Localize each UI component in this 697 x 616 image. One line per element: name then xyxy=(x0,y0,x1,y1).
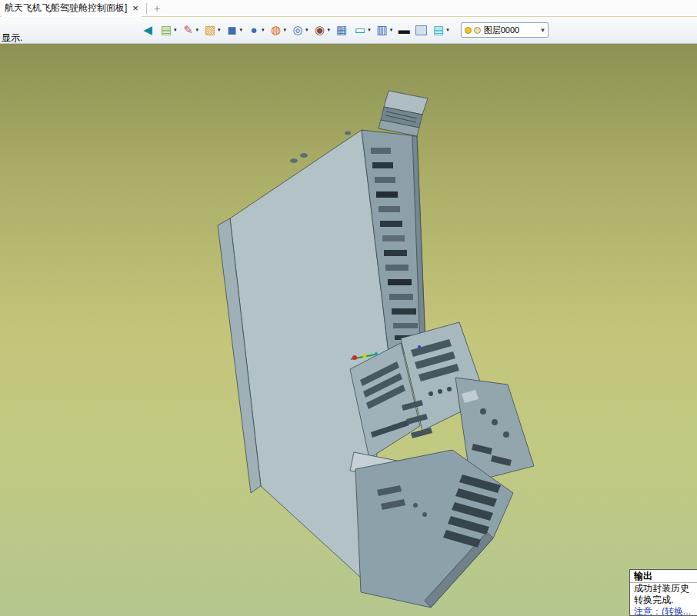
chevron-down-icon[interactable]: ▾ xyxy=(174,27,177,33)
chevron-down-icon[interactable]: ▾ xyxy=(541,26,545,34)
chevron-down-icon[interactable]: ▾ xyxy=(446,27,449,33)
surface-box-icon-button[interactable]: ▧▾ xyxy=(203,24,221,36)
display-mode-icon-button[interactable]: ▥▾ xyxy=(375,24,393,36)
tab-title: 航天飞机飞船驾驶舱控制面板] xyxy=(5,2,127,15)
solid-cube-icon-button[interactable]: ◼▾ xyxy=(225,24,243,36)
output-panel-title: 输出 xyxy=(630,570,697,583)
surface-box-icon: ▧ xyxy=(203,24,217,36)
toolbar: ◀▤▾✎▾▧▾◼▾●▾◍▾◎▾◉▾▦▭▾▥▾▬▤▾ 图层0000 ▾ xyxy=(0,17,697,44)
layers-icon-button[interactable]: ▤▾ xyxy=(159,24,177,36)
target-icon: ◉ xyxy=(313,24,327,36)
solid-cube-icon: ◼ xyxy=(225,24,239,36)
measure-icon: ▭ xyxy=(353,24,367,36)
chevron-down-icon[interactable]: ▾ xyxy=(218,27,221,33)
status-hint: 显示. xyxy=(2,32,22,45)
layer-combo[interactable]: 图层0000 ▾ xyxy=(461,22,549,38)
material-swatch-icon-button[interactable] xyxy=(415,25,427,35)
chevron-down-icon[interactable]: ▾ xyxy=(240,27,243,33)
tab-separator xyxy=(146,3,147,14)
output-message: 转换完成. xyxy=(630,594,697,606)
viewport-3d[interactable]: 输出 成功封装历史 转换完成. 注意：(转换... xyxy=(0,44,697,616)
circle-tool-icon: ◎ xyxy=(291,24,305,36)
image-view-icon-button[interactable]: ▦ xyxy=(335,24,348,36)
cyan-layers-icon: ▤ xyxy=(432,24,445,36)
measure-icon-button[interactable]: ▭▾ xyxy=(353,24,371,36)
bulb-icon xyxy=(465,27,472,34)
black-bar-icon: ▬ xyxy=(397,24,411,36)
sketch-pen-icon: ✎ xyxy=(182,24,195,36)
document-tab[interactable]: 航天飞机飞船驾驶舱控制面板] × xyxy=(2,0,142,17)
black-bar-icon-button[interactable]: ▬ xyxy=(397,24,411,36)
return-icon: ◀ xyxy=(141,24,155,36)
chevron-down-icon[interactable]: ▾ xyxy=(368,27,371,33)
new-tab-button[interactable]: + xyxy=(154,3,160,14)
sphere-icon: ● xyxy=(247,24,261,36)
close-icon[interactable]: × xyxy=(132,4,138,13)
sphere-icon-button[interactable]: ●▾ xyxy=(247,24,265,36)
chevron-down-icon[interactable]: ▾ xyxy=(305,27,308,33)
toolbar-items: ◀▤▾✎▾▧▾◼▾●▾◍▾◎▾◉▾▦▭▾▥▾▬▤▾ xyxy=(138,24,452,36)
display-mode-icon: ▥ xyxy=(375,24,389,36)
application-window: 航天飞机飞船驾驶舱控制面板] × + ◀▤▾✎▾▧▾◼▾●▾◍▾◎▾◉▾▦▭▾▥… xyxy=(0,0,697,616)
material-swatch-icon xyxy=(415,25,427,35)
wireframe-sphere-icon-button[interactable]: ◍▾ xyxy=(269,24,287,36)
tab-bar: 航天飞机飞船驾驶舱控制面板] × + xyxy=(0,0,697,17)
cyan-layers-icon-button[interactable]: ▤▾ xyxy=(432,24,449,36)
chevron-down-icon[interactable]: ▾ xyxy=(328,27,331,33)
chevron-down-icon[interactable]: ▾ xyxy=(390,27,393,33)
target-icon-button[interactable]: ◉▾ xyxy=(313,24,331,36)
model-apex-box xyxy=(379,91,428,136)
sketch-pen-icon-button[interactable]: ✎▾ xyxy=(182,24,199,36)
output-message-note: 注意：(转换... xyxy=(630,606,697,616)
return-icon-button[interactable]: ◀ xyxy=(141,24,155,36)
layers-icon: ▤ xyxy=(159,24,173,36)
output-panel: 输出 成功封装历史 转换完成. 注意：(转换... xyxy=(629,569,697,616)
layer-name: 图层0000 xyxy=(484,25,539,36)
layer-color-swatch xyxy=(474,27,481,34)
output-message: 成功封装历史 xyxy=(630,583,697,594)
model-3d xyxy=(0,44,697,616)
circle-tool-icon-button[interactable]: ◎▾ xyxy=(291,24,308,36)
chevron-down-icon[interactable]: ▾ xyxy=(262,27,265,33)
image-view-icon: ▦ xyxy=(335,24,348,36)
chevron-down-icon[interactable]: ▾ xyxy=(196,27,199,33)
chevron-down-icon[interactable]: ▾ xyxy=(284,27,287,33)
wireframe-sphere-icon: ◍ xyxy=(269,24,283,36)
